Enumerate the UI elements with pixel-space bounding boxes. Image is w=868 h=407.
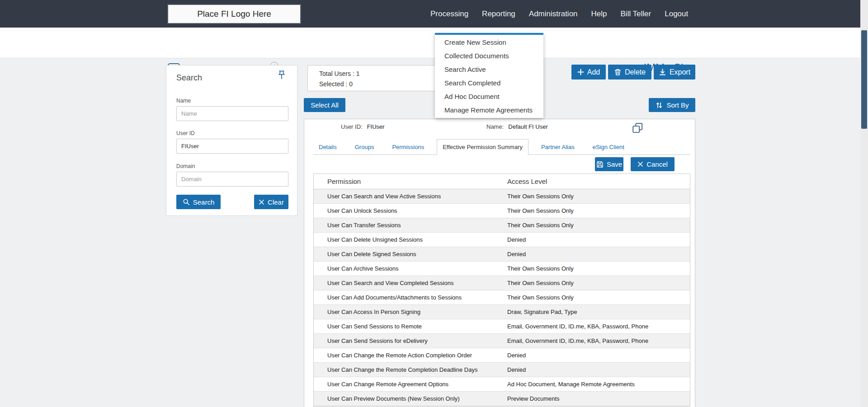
menu-item[interactable]: Create New Session <box>435 36 543 49</box>
save-button[interactable]: Save <box>595 157 623 171</box>
clear-icon <box>259 199 264 205</box>
table-row: User Can Search and View Completed Sessi… <box>314 276 690 290</box>
export-button[interactable]: Export <box>654 65 695 80</box>
access-level-cell: Their Own Sessions Only <box>507 193 690 200</box>
access-level-column-header: Access Level <box>507 178 690 185</box>
access-level-cell: Denied <box>507 236 690 243</box>
copy-icon[interactable] <box>632 122 644 135</box>
access-level-cell: Email, Government ID, ID.me, KBA, Passwo… <box>507 337 690 344</box>
permission-cell: User Can Search and View Active Sessions <box>314 193 507 200</box>
table-row: User Can Delete Signed Sessions Denied <box>314 247 690 262</box>
menu-item[interactable]: Search Active <box>435 63 543 76</box>
permission-cell: User Can Change the Remote Completion De… <box>314 366 507 373</box>
tab[interactable]: Details <box>313 140 342 154</box>
nav-item[interactable]: Administration <box>529 9 578 19</box>
card-name-value: Default FI User <box>508 123 547 130</box>
permissions-table: Permission Access Level User Can Search … <box>313 173 690 407</box>
table-row: User Can Access In Person Signing Draw, … <box>314 305 690 319</box>
nav-item[interactable]: Processing <box>430 9 468 19</box>
download-icon <box>659 68 666 76</box>
access-level-cell: Their Own Sessions Only <box>507 222 690 229</box>
permission-cell: User Can Access In Person Signing <box>314 309 507 315</box>
nav-item[interactable]: Bill Teller <box>621 9 651 19</box>
menu-item[interactable]: Collected Documents <box>435 49 543 63</box>
trash-icon <box>614 68 622 76</box>
add-button[interactable]: Add <box>571 65 606 80</box>
table-row: User Can Change the Remote Completion De… <box>314 363 690 377</box>
select-all-label: Select All <box>311 101 339 109</box>
processing-dropdown-menu: Create New SessionCollected DocumentsSea… <box>435 33 543 118</box>
permission-cell: User Can Delete Unsigned Sessions <box>314 236 507 243</box>
select-all-button[interactable]: Select All <box>304 98 345 112</box>
permission-cell: User Can Change the Remote Action Comple… <box>314 352 507 359</box>
card-name-label: Name: <box>486 123 504 130</box>
permission-cell: User Can Transfer Sessions <box>314 222 507 229</box>
nav-item[interactable]: Reporting <box>482 9 515 19</box>
title-bar: User Maintenance i IMM eSign <box>0 28 860 58</box>
tab[interactable]: Effective Permission Summary <box>437 139 528 155</box>
table-row: User Can Delete Unsigned Sessions Denied <box>314 233 690 247</box>
save-button-label: Save <box>607 160 622 168</box>
menu-item[interactable]: Search Completed <box>435 76 543 90</box>
permission-cell: User Can Send Sessions to Remote <box>314 323 507 330</box>
plus-icon <box>577 69 584 75</box>
table-row: User Can Add Documents/Attachments to Se… <box>314 290 690 305</box>
permission-cell: User Can Delete Signed Sessions <box>314 251 507 257</box>
table-row: User Can Send Sessions to Remote Email, … <box>314 319 690 334</box>
search-button[interactable]: Search <box>176 195 221 209</box>
card-user-id-label: User ID: <box>341 123 363 130</box>
pin-icon[interactable] <box>276 70 287 80</box>
permission-cell: User Can Unlock Sessions <box>314 207 507 214</box>
cancel-button[interactable]: Cancel <box>631 157 675 171</box>
save-icon <box>596 161 604 168</box>
access-level-cell: Their Own Sessions Only <box>507 294 690 301</box>
tab[interactable]: Groups <box>349 140 380 154</box>
sort-by-label: Sort By <box>666 101 689 109</box>
tab[interactable]: eSign Client <box>587 140 630 154</box>
scrollbar-thumb[interactable] <box>861 30 867 129</box>
permission-cell: User Can Change Remote Agreement Options <box>314 381 507 388</box>
user-id-input[interactable] <box>176 139 288 154</box>
access-level-cell: Their Own Sessions Only <box>507 280 690 286</box>
menu-item[interactable]: Manage Remote Agreements <box>435 103 543 117</box>
name-input[interactable] <box>176 106 288 121</box>
tab[interactable]: Permissions <box>387 140 429 154</box>
access-level-cell: Denied <box>507 251 690 257</box>
table-body: User Can Search and View Active Sessions… <box>314 189 690 406</box>
clear-button-label: Clear <box>268 198 284 206</box>
delete-button[interactable]: Delete <box>608 65 651 80</box>
permission-cell: User Can Add Documents/Attachments to Se… <box>314 294 507 301</box>
tab-strip: DetailsGroupsPermissionsEffective Permis… <box>313 139 690 155</box>
top-nav-bar: Place FI Logo Here ProcessingReportingAd… <box>0 0 860 28</box>
permission-cell: User Can Send Sessions for eDelivery <box>314 337 507 344</box>
domain-input[interactable] <box>176 172 288 187</box>
nav-item[interactable]: Help <box>591 9 607 19</box>
table-row: User Can Transfer Sessions Their Own Ses… <box>314 218 690 233</box>
table-row: User Can Send Sessions for eDelivery Ema… <box>314 334 690 348</box>
domain-label: Domain <box>176 163 195 169</box>
menu-item[interactable]: Ad Hoc Document <box>435 90 543 103</box>
name-label: Name <box>176 98 191 104</box>
tab[interactable]: Partner Alias <box>536 140 580 154</box>
table-row: User Can Search and View Active Sessions… <box>314 189 690 204</box>
permission-column-header: Permission <box>314 178 507 185</box>
table-row: User Can Change the Remote Action Comple… <box>314 348 690 363</box>
vertical-scrollbar[interactable] <box>860 0 868 407</box>
delete-button-label: Delete <box>625 68 646 76</box>
search-panel: Search Name User ID Domain Search Clear <box>166 65 297 216</box>
add-button-label: Add <box>587 68 600 76</box>
access-level-cell: Ad Hoc Document, Manage Remote Agreement… <box>507 381 690 388</box>
clear-button[interactable]: Clear <box>254 195 288 209</box>
access-level-cell: Their Own Sessions Only <box>507 265 690 272</box>
nav-item[interactable]: Logout <box>665 9 688 19</box>
table-row: User Can Unlock Sessions Their Own Sessi… <box>314 204 690 218</box>
user-name-row: Name: Default FI User <box>486 123 548 130</box>
sort-by-button[interactable]: Sort By <box>649 98 695 112</box>
fi-logo-placeholder: Place FI Logo Here <box>167 4 301 24</box>
search-panel-title: Search <box>176 73 202 83</box>
access-level-cell: Denied <box>507 352 690 359</box>
summary-box: Total Users : 1 Selected : 0 <box>307 65 443 91</box>
main-nav: ProcessingReportingAdministrationHelpBil… <box>430 0 688 28</box>
permission-cell: User Can Archive Sessions <box>314 265 507 272</box>
export-button-label: Export <box>670 68 690 76</box>
